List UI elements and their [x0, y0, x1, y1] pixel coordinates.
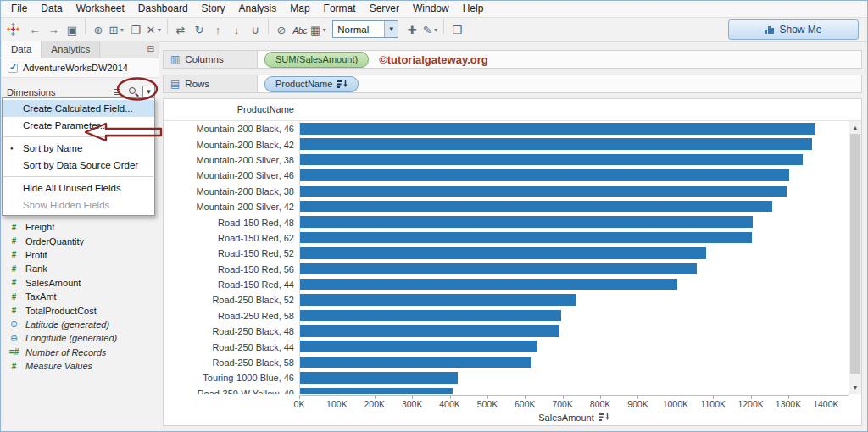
menu-item-sort-by-data-source-order[interactable]: Sort by Data Source Order [3, 157, 154, 174]
chevron-down-icon[interactable]: ▼ [433, 27, 439, 33]
add-data-source-button[interactable]: ⊕ [90, 20, 107, 39]
pill-sum-salesamount[interactable]: SUM(SalesAmount) [264, 52, 369, 68]
scroll-down-icon[interactable]: ▼ [849, 381, 861, 394]
bar[interactable] [300, 357, 531, 368]
sort-descending-icon[interactable] [337, 80, 348, 89]
tab-analytics[interactable]: Analytics [42, 41, 100, 58]
chevron-down-icon[interactable]: ▼ [321, 27, 327, 33]
vertical-scrollbar[interactable]: ▲ ▼ [849, 121, 861, 394]
menu-item-hide-all-unused-fields[interactable]: Hide All Unused Fields [3, 180, 154, 197]
menu-worksheet[interactable]: Worksheet [70, 1, 131, 17]
bar[interactable] [300, 263, 697, 275]
menu-item-create-calculated-field[interactable]: Create Calculated Field... [3, 100, 154, 117]
columns-shelf[interactable]: SUM(SalesAmount) ©tutorialgateway.org [258, 50, 862, 69]
bar[interactable] [300, 294, 576, 306]
bar[interactable] [300, 279, 677, 291]
field-measure-values[interactable]: #Measure Values [2, 359, 159, 373]
bar-label[interactable]: Road-150 Red, 52 [164, 248, 299, 258]
menu-server[interactable]: Server [363, 1, 406, 17]
scroll-up-icon[interactable]: ▲ [849, 121, 861, 134]
sort-descending-icon[interactable] [599, 413, 609, 422]
run-update-button[interactable]: ↻ [191, 20, 208, 39]
menu-file[interactable]: File [4, 1, 34, 17]
field-salesamount[interactable]: #SalesAmount [2, 276, 159, 290]
field-longitude-generated[interactable]: ⊕Longitude (generated) [2, 331, 159, 345]
bar-label[interactable]: Mountain-200 Silver, 38 [164, 155, 299, 165]
field-latitude-generated[interactable]: ⊕Latitude (generated) [2, 318, 159, 331]
highlight-button[interactable]: ✎▼ [422, 21, 439, 40]
tab-data[interactable]: Data [2, 41, 42, 58]
bar[interactable] [300, 372, 458, 384]
bar[interactable] [300, 388, 453, 394]
group-members-button[interactable]: ∪ [247, 20, 264, 39]
data-source-item[interactable]: AdventureWorksDW2014 [2, 58, 159, 78]
fix-axes-pin-button[interactable]: ✚ [403, 21, 420, 40]
duplicate-sheet-button[interactable]: ❐ [127, 20, 144, 39]
bar-label[interactable]: Mountain-200 Silver, 46 [164, 170, 299, 180]
swap-rows-columns-button[interactable]: ⇄ [172, 20, 189, 39]
menu-window[interactable]: Window [406, 1, 456, 17]
menu-item-sort-by-name[interactable]: ●Sort by Name [3, 140, 154, 157]
field-totalproductcost[interactable]: #TotalProductCost [2, 303, 159, 317]
presentation-mode-button[interactable]: ❒ [448, 21, 465, 40]
field-profit[interactable]: #Profit [2, 248, 159, 262]
bar[interactable] [300, 232, 752, 244]
field-taxamt[interactable]: #TaxAmt [2, 290, 159, 303]
bar[interactable] [300, 310, 561, 322]
chevron-down-icon[interactable]: ▼ [119, 27, 125, 33]
field-freight[interactable]: #Freight [2, 220, 159, 234]
bar-label[interactable]: Road-250 Black, 52 [164, 295, 299, 305]
pill-productname[interactable]: ProductName [264, 76, 359, 92]
save-button[interactable]: ▣ [64, 20, 81, 39]
bar-label[interactable]: Road-350-W Yellow, 40 [164, 389, 299, 394]
show-mark-labels-button[interactable]: Abc [292, 21, 309, 40]
sort-ascending-button[interactable]: ↑ [209, 20, 226, 39]
menu-story[interactable]: Story [195, 1, 232, 17]
bar-label[interactable]: Mountain-200 Black, 46 [164, 124, 299, 134]
menu-item-create-parameter[interactable]: Create Parameter... [3, 117, 154, 134]
clear-sheet-button[interactable]: ✕▼ [146, 20, 163, 39]
rows-shelf[interactable]: ProductName [258, 75, 862, 93]
field-rank[interactable]: #Rank [2, 262, 159, 275]
tableau-logo-icon[interactable] [6, 22, 20, 36]
redo-button[interactable]: → [45, 20, 62, 39]
bar-label[interactable]: Touring-1000 Blue, 46 [164, 373, 299, 383]
menu-data[interactable]: Data [34, 1, 69, 17]
bar[interactable] [300, 325, 559, 337]
undo-button[interactable]: ← [26, 20, 43, 39]
dimensions-menu-button[interactable]: ▼ [142, 86, 155, 98]
chevron-down-icon[interactable]: ▼ [384, 21, 398, 37]
bar[interactable] [300, 186, 787, 197]
bar-label[interactable]: Road-250 Black, 48 [164, 326, 299, 336]
bar-label[interactable]: Mountain-200 Black, 42 [164, 140, 299, 150]
bar-label[interactable]: Road-150 Red, 48 [164, 218, 299, 228]
row-header-label[interactable]: ProductName [164, 104, 294, 114]
bar-label[interactable]: Road-250 Black, 44 [164, 342, 299, 352]
pause-updates-button[interactable]: ⊘ [273, 20, 290, 39]
menu-map[interactable]: Map [283, 1, 316, 17]
bar-label[interactable]: Road-250 Red, 58 [164, 311, 299, 321]
bar-label[interactable]: Mountain-200 Black, 38 [164, 186, 299, 197]
menu-dashboard[interactable]: Dashboard [131, 1, 195, 17]
bar-label[interactable]: Mountain-200 Silver, 42 [164, 202, 299, 212]
new-worksheet-button[interactable]: ⊞▼ [108, 20, 125, 39]
bar[interactable] [300, 201, 772, 213]
menu-format[interactable]: Format [317, 1, 363, 17]
chevron-down-icon[interactable]: ▼ [156, 27, 162, 33]
menu-help[interactable]: Help [456, 1, 491, 17]
menu-analysis[interactable]: Analysis [232, 1, 284, 17]
minimize-pane-icon[interactable]: ⊟ [143, 41, 159, 58]
bar[interactable] [300, 169, 789, 181]
bar[interactable] [300, 138, 812, 150]
fit-mode-select[interactable]: Normal ▼ [332, 20, 398, 38]
bar-label[interactable]: Road-150 Red, 62 [164, 233, 299, 243]
field-orderquantity[interactable]: #OrderQuantity [2, 234, 159, 247]
bar[interactable] [300, 216, 753, 228]
bar-label[interactable]: Road-250 Black, 58 [164, 357, 299, 368]
field-number-of-records[interactable]: =#Number of Records [2, 346, 159, 359]
bar[interactable] [300, 123, 815, 135]
fit-axes-button[interactable]: ▦▼ [310, 20, 327, 39]
bar[interactable] [300, 247, 706, 259]
bar[interactable] [300, 341, 537, 352]
scrollbar-thumb[interactable] [850, 134, 860, 374]
